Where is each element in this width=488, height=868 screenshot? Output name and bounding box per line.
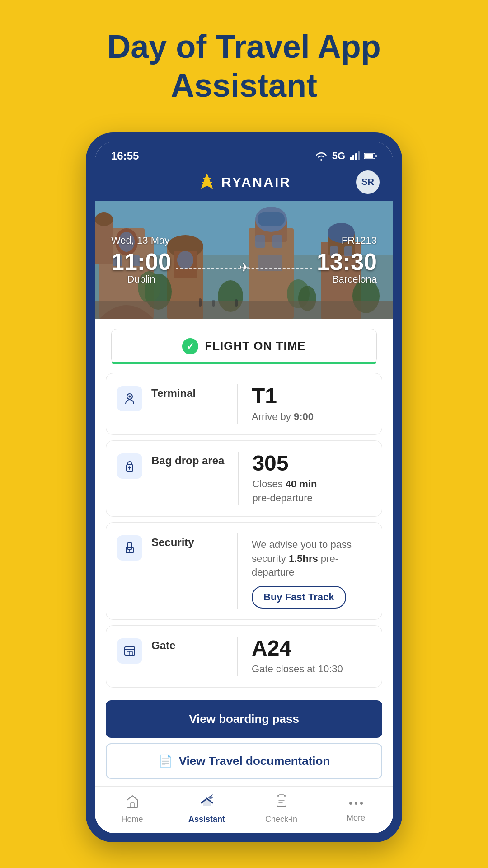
info-cards: Terminal T1 Arrive by 9:00 — [95, 364, 393, 697]
gate-icon — [123, 644, 136, 658]
security-content: We advise you to pass security 1.5hrs pr… — [252, 533, 371, 609]
bag-drop-detail: Closes 40 minpre-departure — [252, 477, 371, 505]
svg-point-68 — [355, 802, 357, 805]
wifi-icon — [315, 151, 328, 161]
svg-marker-7 — [202, 174, 212, 189]
action-buttons: View boarding pass 📄 View Travel documen… — [95, 697, 393, 786]
flight-date: Wed, 13 May — [111, 235, 169, 246]
banner-content: Wed, 13 May FR1213 11:00 Dublin ✈ 13:30 … — [95, 201, 393, 319]
phone-frame: 16:55 5G — [86, 132, 402, 842]
svg-rect-2 — [355, 153, 357, 160]
terminal-value: T1 — [252, 384, 371, 408]
gate-card: Gate A24 Gate closes at 10:30 — [106, 625, 382, 688]
status-bar: 16:55 5G — [95, 142, 393, 168]
security-detail: We advise you to pass security 1.5hrs pr… — [252, 538, 371, 580]
arrive-time: 13:30 — [317, 250, 377, 274]
flight-date-row: Wed, 13 May FR1213 — [111, 235, 377, 246]
travel-docs-icon: 📄 — [158, 754, 173, 768]
main-content: ✓ FLIGHT ON TIME Terminal — [95, 318, 393, 833]
gate-content: A24 Gate closes at 10:30 — [252, 637, 371, 676]
flight-arrow: ✈ — [171, 260, 317, 275]
bag-drop-icon — [123, 459, 136, 473]
flight-arrive: 13:30 Barcelona — [317, 250, 377, 285]
gate-value: A24 — [252, 637, 371, 660]
ryanair-name: RYANAIR — [221, 175, 291, 190]
terminal-content: T1 Arrive by 9:00 — [252, 384, 371, 424]
signal-label: 5G — [332, 150, 345, 162]
svg-point-67 — [349, 802, 352, 805]
terminal-divider — [237, 384, 238, 424]
boarding-pass-button[interactable]: View boarding pass — [106, 700, 382, 738]
svg-rect-5 — [365, 154, 373, 158]
nav-label-assistant: Assistant — [188, 815, 225, 824]
flight-times-row: 11:00 Dublin ✈ 13:30 Barcelona — [111, 250, 377, 285]
gate-label: Gate — [151, 637, 224, 652]
terminal-detail: Arrive by 9:00 — [252, 410, 371, 424]
plane-icon: ✈ — [239, 260, 249, 275]
home-icon — [125, 794, 140, 812]
status-time: 16:55 — [111, 150, 139, 162]
bag-drop-divider — [238, 452, 239, 505]
ryanair-logo: RYANAIR — [197, 172, 291, 192]
bag-drop-label: Bag drop area — [151, 452, 224, 467]
avatar[interactable]: SR — [356, 170, 380, 194]
terminal-card: Terminal T1 Arrive by 9:00 — [106, 373, 382, 435]
security-label: Security — [151, 533, 224, 549]
svg-rect-64 — [279, 795, 284, 797]
nav-label-checkin: Check-in — [265, 815, 297, 824]
flight-number: FR1213 — [342, 235, 377, 246]
bag-drop-icon-container — [117, 453, 142, 479]
bottom-nav: Home Assistant — [95, 786, 393, 833]
bag-drop-card: Bag drop area 305 Closes 40 minpre-depar… — [106, 440, 382, 516]
nav-item-assistant[interactable]: Assistant — [180, 794, 234, 824]
flight-depart: 11:00 Dublin — [111, 250, 171, 285]
terminal-icon-container — [117, 386, 142, 411]
buy-fast-track-button[interactable]: Buy Fast Track — [252, 586, 346, 609]
depart-time: 11:00 — [111, 250, 171, 274]
svg-point-62 — [208, 796, 213, 799]
top-nav: RYANAIR SR — [95, 168, 393, 201]
security-divider — [237, 533, 238, 609]
checkin-icon — [274, 794, 289, 812]
security-icon — [123, 541, 136, 555]
svg-point-69 — [360, 802, 363, 805]
battery-icon — [364, 152, 377, 160]
flight-status-box: ✓ FLIGHT ON TIME — [111, 329, 377, 364]
svg-rect-61 — [131, 803, 134, 807]
bag-drop-content: 305 Closes 40 minpre-departure — [252, 452, 371, 505]
status-icons: 5G — [315, 150, 377, 162]
assistant-icon — [200, 794, 214, 812]
nav-item-home[interactable]: Home — [105, 794, 160, 824]
nav-label-home: Home — [121, 815, 143, 824]
status-check-icon: ✓ — [182, 338, 198, 354]
phone-inner: 16:55 5G — [95, 142, 393, 833]
gate-icon-container — [117, 638, 142, 664]
nav-item-checkin[interactable]: Check-in — [254, 794, 309, 824]
svg-point-51 — [129, 395, 131, 397]
flight-banner: Wed, 13 May FR1213 11:00 Dublin ✈ 13:30 … — [95, 201, 393, 319]
svg-rect-0 — [350, 157, 352, 160]
security-icon-container — [117, 535, 142, 561]
page-title: Day of Travel App Assistant — [71, 27, 417, 105]
travel-docs-button[interactable]: 📄 View Travel documentation — [106, 743, 382, 779]
svg-rect-3 — [358, 151, 360, 160]
more-icon — [349, 794, 363, 811]
gate-divider — [237, 637, 238, 676]
terminal-label: Terminal — [151, 384, 224, 400]
nav-item-more[interactable]: More — [329, 794, 383, 824]
flight-status-text: FLIGHT ON TIME — [205, 339, 305, 353]
svg-rect-1 — [352, 155, 354, 160]
ryanair-harp-icon — [197, 172, 217, 192]
flight-status-section: ✓ FLIGHT ON TIME — [95, 318, 393, 364]
nav-label-more: More — [347, 813, 365, 823]
arrive-city: Barcelona — [332, 274, 377, 285]
bag-drop-value: 305 — [252, 452, 371, 476]
svg-rect-55 — [127, 543, 132, 549]
signal-icon — [350, 151, 360, 160]
svg-rect-6 — [375, 155, 377, 157]
depart-city: Dublin — [111, 274, 171, 285]
terminal-icon — [123, 392, 136, 406]
gate-detail: Gate closes at 10:30 — [252, 662, 371, 676]
security-card: Security We advise you to pass security … — [106, 522, 382, 620]
